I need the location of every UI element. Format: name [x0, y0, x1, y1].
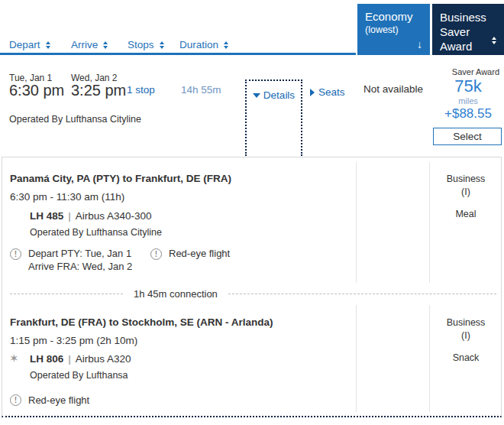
sort-stops[interactable]: Stops	[128, 39, 164, 50]
connection-divider: 1h 45m connection	[10, 287, 496, 300]
depart-column-label: Depart	[9, 39, 40, 50]
segment2-operated-by: Operated By Lufthansa	[30, 370, 128, 381]
segment1-flight-number: LH 485	[30, 210, 63, 222]
seats-label: Seats	[318, 86, 345, 98]
column-divider	[356, 162, 357, 283]
details-button[interactable]: Details	[245, 79, 302, 156]
segment2-cabin: Business	[430, 316, 502, 329]
segment1-flight-info: LH 485 | Airbus A340-300	[30, 210, 152, 222]
arrive-time: 3:25 pm	[71, 82, 126, 99]
segment1-cabin-cell: Business (I) Meal	[430, 173, 502, 221]
stops-column-label: Stops	[128, 39, 154, 50]
segment2-route: Frankfurt, DE (FRA) to Stockholm, SE (AR…	[10, 316, 273, 328]
flight-results-page: Economy (lowest) ↓ Business Saver Award …	[0, 0, 504, 425]
segment2-redeye-warning: Red-eye flight	[28, 394, 89, 407]
sort-descending-icon: ↓	[417, 38, 422, 50]
sort-depart[interactable]: Depart	[9, 39, 50, 50]
depart-time: 6:30 pm	[9, 82, 64, 99]
details-label: Details	[263, 89, 295, 101]
business-label: Business Saver Award	[440, 10, 487, 54]
segment1-booking-code: (I)	[430, 186, 502, 199]
arrive-column-label: Arrive	[71, 39, 98, 50]
dashed-line	[228, 294, 496, 294]
economy-label: Economy	[365, 10, 422, 23]
flight-details-panel: Panamá City, PA (PTY) to Frankfurt, DE (…	[2, 157, 502, 417]
segment2-flight-number: LH 806	[30, 353, 63, 365]
stops-link[interactable]: 1 stop	[127, 84, 155, 96]
column-divider	[356, 305, 357, 412]
sort-icon	[46, 41, 50, 49]
award-miles-unit: miles	[432, 96, 504, 105]
segment2-times: 1:15 pm - 3:25 pm (2h 10m)	[10, 335, 137, 346]
warning-line: Arrive FRA: Wed, Jan 2	[28, 260, 132, 273]
operated-by-text: Operated By Lufthansa Cityline	[9, 114, 141, 125]
segment2-meal: Snack	[430, 352, 502, 365]
segment1-operated-by: Operated By Lufthansa Cityline	[30, 227, 162, 238]
star-alliance-icon: ✶	[9, 352, 19, 364]
segment2-flight-info: LH 806 | Airbus A320	[30, 353, 131, 365]
economy-sublabel: (lowest)	[365, 24, 422, 35]
header-divider	[0, 53, 356, 55]
segment2-aircraft: Airbus A320	[76, 353, 131, 365]
sort-icon	[224, 41, 228, 49]
segment1-redeye-warning: Red-eye flight	[169, 247, 230, 260]
seats-button[interactable]: Seats	[310, 86, 345, 98]
segment1-times: 6:30 pm - 11:30 am (11h)	[10, 191, 124, 203]
segment1-route: Panamá City, PA (PTY) to Frankfurt, DE (…	[10, 173, 231, 184]
sort-arrive[interactable]: Arrive	[71, 39, 108, 50]
sort-icon	[492, 37, 496, 44]
business-fare-column-header[interactable]: Business Saver Award	[432, 4, 504, 55]
economy-fare-column-header[interactable]: Economy (lowest) ↓	[357, 4, 430, 55]
sort-duration[interactable]: Duration	[179, 39, 228, 50]
connection-label: 1h 45m connection	[123, 288, 228, 300]
flight-duration: 14h 55m	[181, 84, 221, 96]
warning-line: Depart PTY: Tue, Jan 1	[28, 247, 132, 260]
saver-award-label: Saver Award	[432, 67, 499, 76]
caret-right-icon	[310, 89, 315, 96]
segment1-date-warning: Depart PTY: Tue, Jan 1 Arrive FRA: Wed, …	[28, 247, 132, 273]
sort-icon	[160, 41, 164, 49]
warning-icon: !	[10, 248, 21, 260]
select-button[interactable]: Select	[433, 128, 502, 145]
separator: |	[68, 210, 71, 222]
duration-column-label: Duration	[179, 39, 218, 50]
segment2-cabin-cell: Business (I) Snack	[430, 316, 502, 365]
segment1-aircraft: Airbus A340-300	[76, 210, 152, 222]
award-miles-value: 75k	[432, 76, 504, 96]
dashed-line	[10, 294, 123, 294]
segment1-cabin: Business	[430, 173, 502, 186]
economy-not-available: Not available	[353, 83, 434, 95]
award-fee: +$88.55	[432, 106, 504, 122]
caret-down-icon	[253, 93, 260, 98]
sort-icon	[103, 41, 108, 49]
separator: |	[68, 353, 71, 365]
segment1-meal: Meal	[430, 208, 502, 221]
warning-icon: !	[10, 394, 21, 406]
warning-icon: !	[150, 248, 162, 260]
segment2-booking-code: (I)	[430, 329, 502, 342]
